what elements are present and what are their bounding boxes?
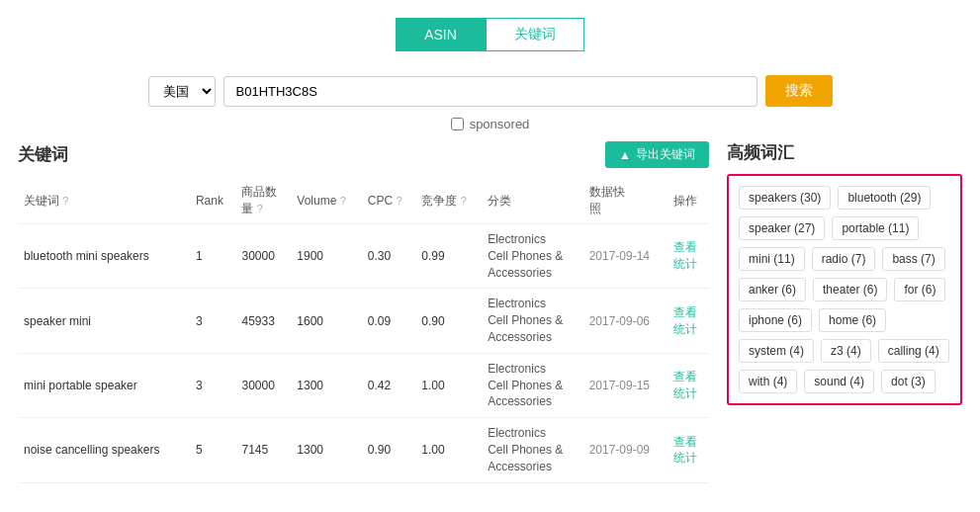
action-stats[interactable]: 统计: [673, 450, 703, 467]
freq-tag[interactable]: calling (4): [878, 339, 949, 363]
cell-rank: 1: [190, 224, 236, 289]
th-competition-icon: ?: [461, 195, 467, 207]
freq-tag[interactable]: system (4): [739, 339, 814, 363]
th-volume: Volume ?: [291, 178, 362, 224]
table-row: noise cancelling speakers 5 7145 1300 0.…: [18, 418, 709, 482]
freq-tag[interactable]: iphone (6): [739, 308, 812, 332]
freq-tag[interactable]: bass (7): [882, 247, 944, 271]
cell-cpc: 0.90: [362, 418, 415, 482]
freq-tag[interactable]: home (6): [819, 308, 886, 332]
cell-rank: 5: [190, 418, 236, 482]
th-action: 操作: [668, 178, 709, 224]
cell-keyword: bluetooth mini speakers: [18, 224, 190, 289]
cell-volume: 1600: [291, 289, 362, 353]
cell-actions: 查看 统计: [668, 289, 709, 353]
cell-products: 45933: [235, 289, 291, 353]
cell-rank: 3: [190, 289, 236, 353]
cell-category: ElectronicsCell Phones &Accessories: [482, 289, 582, 353]
country-select[interactable]: 美国: [148, 76, 216, 107]
freq-tag[interactable]: speaker (27): [739, 216, 825, 240]
section-header: 关键词 ▲ 导出关键词: [18, 141, 709, 168]
cell-category: ElectronicsCell Phones &Accessories: [482, 418, 582, 482]
cell-category: ElectronicsCell Phones &Accessories: [482, 353, 582, 417]
keyword-table: 关键词 ? Rank 商品数量 ? Volume ? CPC ? 竞争度 ? 分…: [18, 178, 709, 483]
tab-bar: ASIN 关键词: [0, 0, 980, 65]
search-input[interactable]: [223, 76, 757, 107]
cell-keyword: mini portable speaker: [18, 353, 190, 417]
cell-date: 2017-09-09: [583, 418, 668, 482]
cell-products: 7145: [235, 418, 291, 482]
cell-competition: 0.90: [415, 289, 482, 353]
th-category: 分类: [482, 178, 582, 224]
cell-competition: 1.00: [415, 353, 482, 417]
section-title: 关键词: [18, 143, 68, 166]
th-cpc-icon: ?: [397, 195, 402, 207]
cell-date: 2017-09-14: [583, 224, 668, 289]
freq-tag[interactable]: mini (11): [739, 247, 805, 271]
freq-tag[interactable]: with (4): [739, 370, 797, 393]
freq-tag[interactable]: for (6): [894, 278, 945, 301]
cell-competition: 0.99: [415, 224, 482, 289]
freq-tag[interactable]: anker (6): [739, 278, 806, 301]
th-rank: Rank: [190, 178, 236, 224]
freq-tag[interactable]: dot (3): [881, 370, 935, 393]
cell-cpc: 0.42: [362, 353, 415, 417]
cell-products: 30000: [235, 224, 291, 289]
sponsored-row: sponsored: [0, 113, 980, 141]
cell-keyword: noise cancelling speakers: [18, 418, 190, 482]
table-row: mini portable speaker 3 30000 1300 0.42 …: [18, 353, 709, 417]
cell-date: 2017-09-15: [583, 353, 668, 417]
freq-tag[interactable]: speakers (30): [739, 186, 831, 210]
th-keyword-icon: ?: [62, 195, 68, 207]
cell-volume: 1300: [291, 418, 362, 482]
search-area: 美国 搜索: [0, 65, 980, 113]
cell-category: ElectronicsCell Phones &Accessories: [482, 224, 582, 289]
cell-products: 30000: [235, 353, 291, 417]
action-view[interactable]: 查看: [673, 434, 703, 451]
action-stats[interactable]: 统计: [673, 256, 703, 273]
freq-tag[interactable]: z3 (4): [821, 339, 871, 363]
freq-tag[interactable]: theater (6): [813, 278, 887, 301]
cell-keyword: speaker mini: [18, 289, 190, 353]
cell-actions: 查看 统计: [668, 353, 709, 417]
cell-cpc: 0.09: [362, 289, 415, 353]
left-panel: 关键词 ▲ 导出关键词 关键词 ? Rank 商品数量 ? Volume ? C…: [18, 141, 709, 483]
main-content: 关键词 ▲ 导出关键词 关键词 ? Rank 商品数量 ? Volume ? C…: [0, 141, 980, 483]
cell-date: 2017-09-06: [583, 289, 668, 353]
action-view[interactable]: 查看: [673, 369, 703, 385]
th-date: 数据快照: [583, 178, 668, 224]
th-competition: 竞争度 ?: [415, 178, 482, 224]
action-stats[interactable]: 统计: [673, 385, 703, 402]
sponsored-label: sponsored: [470, 117, 530, 131]
cell-volume: 1900: [291, 224, 362, 289]
export-button[interactable]: ▲ 导出关键词: [605, 141, 709, 168]
export-label: 导出关键词: [636, 146, 695, 163]
freq-tags: speakers (30)bluetooth (29)speaker (27)p…: [739, 186, 950, 393]
th-cpc: CPC ?: [362, 178, 415, 224]
right-panel: 高频词汇 speakers (30)bluetooth (29)speaker …: [727, 141, 962, 483]
th-keyword: 关键词 ?: [18, 178, 190, 224]
freq-tag[interactable]: sound (4): [804, 370, 874, 393]
action-stats[interactable]: 统计: [673, 321, 703, 338]
th-products: 商品数量 ?: [235, 178, 291, 224]
freq-tag[interactable]: bluetooth (29): [838, 186, 931, 210]
tab-asin[interactable]: ASIN: [396, 18, 486, 51]
th-products-icon: ?: [257, 203, 263, 214]
freq-box: speakers (30)bluetooth (29)speaker (27)p…: [727, 174, 962, 405]
export-icon: ▲: [619, 148, 631, 162]
search-button[interactable]: 搜索: [765, 75, 833, 107]
action-view[interactable]: 查看: [673, 239, 703, 256]
action-view[interactable]: 查看: [673, 304, 703, 321]
cell-rank: 3: [190, 353, 236, 417]
cell-actions: 查看 统计: [668, 418, 709, 482]
freq-tag[interactable]: portable (11): [832, 216, 919, 240]
sponsored-checkbox[interactable]: [451, 118, 464, 130]
freq-tag[interactable]: radio (7): [812, 247, 876, 271]
cell-competition: 1.00: [415, 418, 482, 482]
table-row: bluetooth mini speakers 1 30000 1900 0.3…: [18, 224, 709, 289]
cell-actions: 查看 统计: [668, 224, 709, 289]
cell-volume: 1300: [291, 353, 362, 417]
tab-keyword[interactable]: 关键词: [486, 18, 584, 51]
table-row: speaker mini 3 45933 1600 0.09 0.90 Elec…: [18, 289, 709, 353]
th-volume-icon: ?: [340, 195, 346, 207]
